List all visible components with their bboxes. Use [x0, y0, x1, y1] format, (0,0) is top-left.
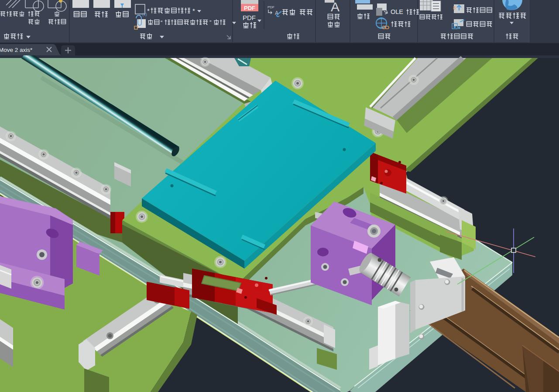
svg-text:A: A	[331, 0, 340, 14]
svg-text:PDF: PDF	[267, 5, 274, 9]
svg-text:Move 2 axis*: Move 2 axis*	[0, 47, 33, 53]
svg-text:PDF: PDF	[243, 14, 256, 21]
svg-text:“: “	[161, 19, 162, 26]
svg-text:*: *	[192, 7, 195, 14]
svg-text:PDF: PDF	[244, 5, 255, 11]
svg-text:(x): (x)	[142, 12, 147, 17]
svg-text:*: *	[147, 7, 150, 14]
svg-text:OLE: OLE	[391, 8, 403, 15]
svg-text:8: 8	[453, 5, 456, 10]
svg-text:”: ”	[209, 19, 211, 26]
